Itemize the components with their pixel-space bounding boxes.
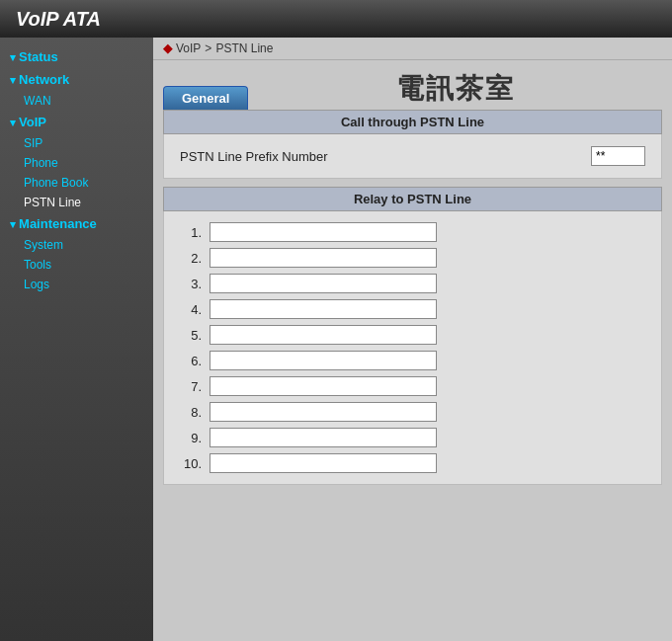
- sidebar-item-wan[interactable]: WAN: [0, 91, 153, 111]
- prefix-row: PSTN Line Prefix Number: [180, 142, 645, 170]
- call-section-header: Call through PSTN Line: [163, 110, 662, 134]
- relay-input-9[interactable]: [210, 428, 437, 447]
- relay-row-8: 8.: [180, 399, 645, 425]
- relay-input-10[interactable]: [210, 453, 437, 473]
- relay-input-8[interactable]: [210, 402, 437, 422]
- sidebar-item-system[interactable]: System: [0, 235, 153, 255]
- relay-row-9: 9.: [180, 425, 645, 450]
- relay-section-header: Relay to PSTN Line: [163, 187, 662, 211]
- relay-num-8: 8.: [180, 405, 210, 420]
- relay-input-2[interactable]: [210, 248, 437, 268]
- relay-row-6: 6.: [180, 348, 645, 373]
- sidebar-item-phone[interactable]: Phone: [0, 153, 153, 173]
- relay-input-6[interactable]: [210, 351, 437, 370]
- sidebar-item-tools[interactable]: Tools: [0, 255, 153, 275]
- breadcrumb-separator: >: [205, 41, 211, 55]
- relay-row-3: 3.: [180, 271, 645, 296]
- relay-row-1: 1.: [180, 219, 645, 245]
- relay-input-1[interactable]: [210, 222, 437, 242]
- relay-num-9: 9.: [180, 431, 210, 445]
- relay-row-4: 4.: [180, 296, 645, 322]
- main-content: ◆ VoIP > PSTN Line General 電訊茶室 Call thr…: [153, 38, 672, 641]
- relay-input-7[interactable]: [210, 376, 437, 396]
- sidebar-item-status[interactable]: Status: [0, 45, 153, 68]
- relay-num-6: 6.: [180, 354, 210, 368]
- relay-num-10: 10.: [180, 456, 210, 471]
- content-area: General 電訊茶室 Call through PSTN Line PSTN…: [153, 60, 672, 641]
- relay-num-3: 3.: [180, 277, 210, 291]
- prefix-input[interactable]: [591, 146, 645, 166]
- call-form-area: PSTN Line Prefix Number: [163, 134, 662, 179]
- tab-bar: General 電訊茶室: [163, 70, 662, 110]
- app-title: VoIP ATA: [16, 8, 101, 31]
- relay-row-10: 10.: [180, 450, 645, 476]
- relay-row-7: 7.: [180, 373, 645, 399]
- sidebar-item-maintenance[interactable]: Maintenance: [0, 212, 153, 235]
- breadcrumb-arrow: ◆: [163, 41, 172, 55]
- breadcrumb-voip: VoIP: [176, 41, 201, 55]
- breadcrumb-pstn: PSTN Line: [215, 41, 273, 55]
- relay-num-1: 1.: [180, 225, 210, 240]
- main-layout: Status Network WAN VoIP SIP Phone Phone …: [0, 38, 672, 641]
- sidebar-item-phonebook[interactable]: Phone Book: [0, 173, 153, 193]
- prefix-label: PSTN Line Prefix Number: [180, 149, 591, 164]
- relay-num-7: 7.: [180, 379, 210, 394]
- sidebar-item-network[interactable]: Network: [0, 68, 153, 91]
- relay-input-4[interactable]: [210, 299, 437, 319]
- relay-input-5[interactable]: [210, 325, 437, 345]
- sidebar-item-sip[interactable]: SIP: [0, 133, 153, 153]
- app-header: VoIP ATA: [0, 0, 672, 38]
- relay-row-2: 2.: [180, 245, 645, 271]
- sidebar-item-voip[interactable]: VoIP: [0, 111, 153, 133]
- relay-area: 1. 2. 3. 4. 5.: [163, 211, 662, 485]
- panel-title-inline: 電訊茶室: [248, 70, 662, 110]
- relay-input-3[interactable]: [210, 274, 437, 293]
- relay-num-2: 2.: [180, 251, 210, 266]
- sidebar: Status Network WAN VoIP SIP Phone Phone …: [0, 38, 153, 641]
- relay-num-4: 4.: [180, 302, 210, 317]
- relay-row-5: 5.: [180, 322, 645, 348]
- sidebar-item-logs[interactable]: Logs: [0, 275, 153, 294]
- relay-num-5: 5.: [180, 328, 210, 343]
- sidebar-item-pstnline[interactable]: PSTN Line: [0, 193, 153, 212]
- breadcrumb: ◆ VoIP > PSTN Line: [153, 38, 672, 60]
- tab-general[interactable]: General: [163, 86, 248, 110]
